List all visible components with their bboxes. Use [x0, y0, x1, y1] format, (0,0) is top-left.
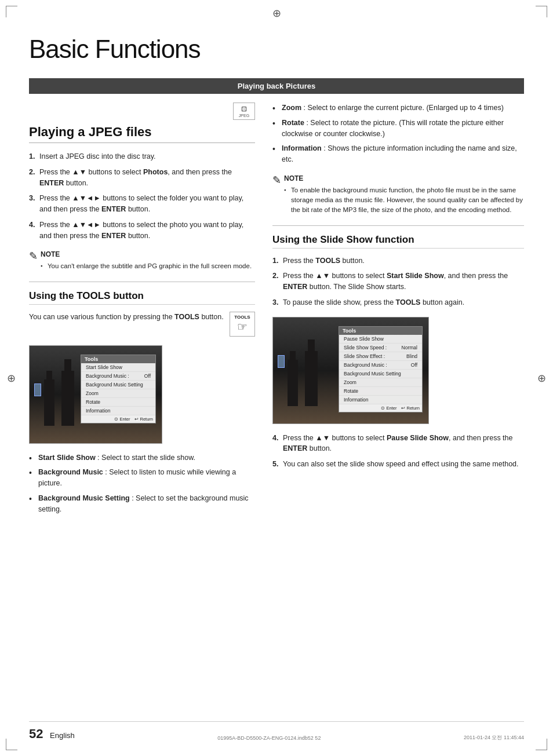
page-container: ⊕ ⊕ ⊕ Basic Functions Playing back Pictu… [0, 0, 553, 756]
hand-icon: ☞ [234, 320, 251, 334]
tools-icon-box: TOOLS ☞ [230, 312, 255, 337]
note-box-left: ✎ NOTE You can't enlarge the subtitle an… [29, 249, 255, 273]
slide-steps-list: 1. Press the TOOLS button. 2. Press the … [272, 255, 524, 308]
footer-right: 2011-01-24 오전 11:45:44 [464, 732, 524, 742]
tower-right [61, 371, 74, 426]
right-screenshot-bg: Tools Pause Slide Show Slide Show Speed … [273, 317, 428, 423]
page-number: 52 [29, 726, 43, 741]
step-4-num: 4. [29, 220, 39, 242]
tools-heading: Using the TOOLS button [29, 290, 255, 305]
rpopup-item-3-label: Slide Show Effect : [344, 353, 385, 359]
corner-tl [6, 6, 17, 17]
bullet-zoom: Zoom : Select to enlarge the current pic… [272, 103, 524, 114]
popup-item-4-label: Zoom [86, 390, 99, 396]
jpeg-icon-container: ⊡ JPEG [29, 103, 255, 120]
section-bar: Playing back Pictures [29, 78, 524, 94]
note-box-right: ✎ NOTE To enable the background music fu… [272, 173, 524, 217]
note-label-left: NOTE [41, 249, 252, 260]
right-screenshot: Tools Pause Slide Show Slide Show Speed … [272, 317, 429, 424]
footer-enter-left: ⊙ Enter [114, 417, 130, 422]
rpopup-item-3-value: Blind [406, 353, 417, 359]
rpopup-item-1-label: Pause Slide Show [344, 336, 384, 342]
popup-indicator-right [278, 355, 285, 368]
footer-enter-right: ⊙ Enter [381, 406, 396, 411]
corner-tr [536, 6, 547, 17]
divider-tools [29, 282, 255, 282]
step-4: 4. Press the ▲▼◄► buttons to select the … [29, 220, 255, 242]
right-column: Zoom : Select to enlarge the current pic… [272, 103, 524, 523]
bullet-bg-music-setting: Background Music Setting : Select to set… [29, 493, 255, 515]
rpopup-item-4-label: Background Music : [344, 362, 387, 368]
note-icon-right: ✎ [272, 174, 281, 187]
jpeg-steps-list: 1. Insert a JPEG disc into the disc tray… [29, 151, 255, 241]
tools-popup-title-right: Tools [339, 327, 422, 335]
popup-indicator-left [34, 384, 41, 396]
popup-item-3: Background Music Setting [81, 381, 155, 389]
tools-popup-title-left: Tools [81, 355, 155, 363]
rpopup-item-2: Slide Show Speed : Normal [339, 344, 422, 352]
note-content-right: NOTE To enable the background music func… [284, 173, 524, 217]
slide-step-2-content: Press the ▲▼ buttons to select Start Sli… [283, 271, 524, 293]
footer-return-left: ↩ Return [134, 417, 153, 422]
popup-item-2: Background Music : Off [81, 372, 155, 381]
popup-item-5-label: Rotate [86, 399, 100, 405]
jpeg-icon: ⊡ JPEG [233, 103, 255, 120]
rpopup-item-7-label: Rotate [344, 388, 358, 394]
popup-item-6: Information [81, 407, 155, 415]
rpopup-item-4-value: Off [411, 362, 417, 368]
footer-left: 52 English [29, 726, 75, 742]
rpopup-item-8-label: Information [344, 397, 369, 403]
screenshot-bg-left: Tools Start Slide Show Background Music … [30, 346, 162, 443]
step-1-num: 1. [29, 151, 39, 162]
note-item-right-1: To enable the background music function,… [284, 185, 524, 216]
rpopup-item-2-value: Normal [402, 345, 417, 350]
rpopup-item-6-label: Zoom [344, 379, 356, 385]
slide-step-5-num: 5. [272, 459, 283, 470]
bullet-bg-music: Background Music : Select to listen to m… [29, 467, 255, 489]
rpopup-item-2-label: Slide Show Speed : [344, 345, 387, 350]
tools-description: You can use various function by pressing… [29, 312, 224, 323]
main-title: Basic Functions [29, 35, 524, 64]
popup-item-4: Zoom [81, 389, 155, 398]
rpopup-item-3: Slide Show Effect : Blind [339, 352, 422, 361]
footer-date: 2011-01-24 오전 11:45:44 [464, 735, 524, 740]
note-content-left: NOTE You can't enlarge the subtitle and … [41, 249, 252, 273]
rpopup-item-1: Pause Slide Show [339, 335, 422, 344]
popup-item-6-label: Information [86, 408, 111, 414]
corner-br [536, 739, 547, 750]
footer-filename: 01995A-BD-D5500-ZA-ENG-0124.indb52 52 [217, 735, 321, 741]
tools-popup-footer-left: ⊙ Enter ↩ Return [81, 415, 155, 423]
slide-step-1-content: Press the TOOLS button. [283, 255, 524, 266]
slide-step-4: 4. Press the ▲▼ buttons to select Pause … [272, 433, 524, 455]
slide-step-4-content: Press the ▲▼ buttons to select Pause Sli… [283, 433, 524, 455]
right-bullet-list-top: Zoom : Select to enlarge the current pic… [272, 103, 524, 165]
popup-item-1-label: Start Slide Show [86, 364, 122, 370]
popup-item-2-value: Off [144, 373, 151, 379]
slide-heading: Using the Slide Show function [272, 234, 524, 249]
tower-left [44, 379, 54, 426]
bullet-info: Information : Shows the picture informat… [272, 143, 524, 165]
right-tower-left [288, 360, 298, 406]
popup-item-5: Rotate [81, 398, 155, 407]
jpeg-section-heading: Playing a JPEG files [29, 125, 255, 143]
popup-item-3-label: Background Music Setting [86, 382, 143, 388]
tools-label: TOOLS [234, 315, 251, 320]
tools-popup-right: Tools Pause Slide Show Slide Show Speed … [339, 326, 423, 412]
step-3-content: Press the ▲▼◄► buttons to select the fol… [39, 193, 255, 215]
popup-item-1: Start Slide Show [81, 363, 155, 372]
tools-button-area: You can use various function by pressing… [29, 312, 255, 337]
rpopup-item-4: Background Music : Off [339, 361, 422, 370]
step-1-content: Insert a JPEG disc into the disc tray. [39, 151, 255, 162]
jpeg-label: JPEG [239, 114, 249, 118]
step-2-num: 2. [29, 167, 39, 189]
slide-step-3: 3. To pause the slide show, press the TO… [272, 297, 524, 308]
step-4-content: Press the ▲▼◄► buttons to select the pho… [39, 220, 255, 242]
slide-step-4-num: 4. [272, 433, 283, 455]
step-2-content: Press the ▲▼ buttons to select Photos, a… [39, 167, 255, 189]
rpopup-item-5: Background Music Setting [339, 370, 422, 378]
rpopup-item-6: Zoom [339, 378, 422, 387]
compass-right-icon: ⊕ [537, 372, 546, 385]
corner-bl [6, 739, 17, 750]
left-screenshot: Tools Start Slide Show Background Music … [29, 345, 162, 444]
right-tower-right [305, 351, 318, 406]
